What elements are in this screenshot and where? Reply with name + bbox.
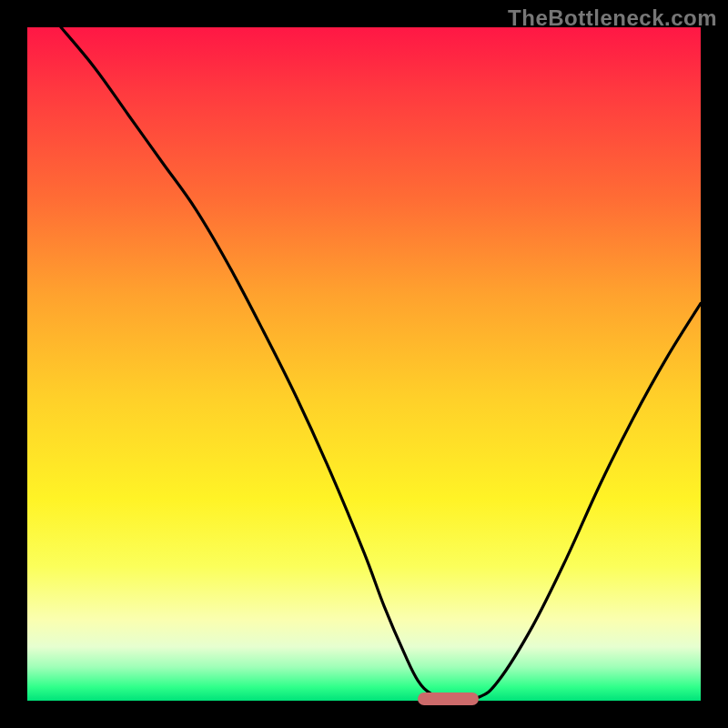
chart-frame: TheBottleneck.com — [0, 0, 728, 728]
plot-area — [27, 27, 701, 701]
optimal-range-marker — [418, 693, 479, 705]
bottleneck-curve — [61, 27, 701, 701]
curve-layer — [27, 27, 701, 701]
